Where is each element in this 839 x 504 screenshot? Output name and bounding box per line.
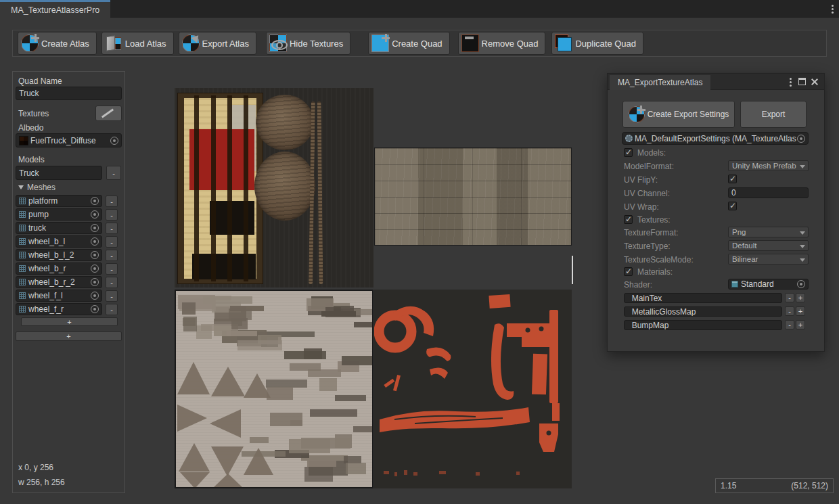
mesh-object-field[interactable]: wheel_b_r_2 [16, 276, 102, 288]
texture-format-dropdown[interactable]: Png [728, 227, 809, 237]
add-mesh-button[interactable]: + [21, 317, 118, 326]
object-picker-icon[interactable] [91, 224, 99, 232]
load-atlas-button[interactable]: Load Atlas [101, 32, 174, 55]
add-property-button[interactable]: + [796, 293, 805, 302]
remove-quad-icon [461, 35, 479, 52]
object-picker-icon[interactable] [110, 137, 118, 145]
material-property-field[interactable]: _MetallicGlossMap [624, 306, 782, 317]
create-quad-icon [371, 35, 389, 52]
remove-mesh-button[interactable]: - [106, 196, 118, 207]
remove-mesh-button[interactable]: - [106, 304, 118, 315]
object-picker-icon[interactable] [91, 265, 99, 273]
dropdown-value: Bilinear [732, 255, 758, 263]
uv-flipy-label: UV FlipY: [624, 175, 658, 185]
material-property-field[interactable]: _BumpMap [624, 320, 782, 330]
mesh-name: pump [28, 210, 49, 219]
mesh-object-field[interactable]: pump [16, 208, 102, 221]
plate-decal [196, 325, 212, 339]
duplicate-quad-button[interactable]: Duplicate Quad [551, 32, 643, 55]
uv-flipy-checkbox[interactable] [728, 175, 737, 183]
window-titlebar: MA_TextureAtlasserPro [0, 0, 839, 18]
export-window-tab[interactable]: MA_ExportTextureAtlas [610, 75, 710, 90]
object-picker-icon[interactable] [91, 278, 99, 286]
quad-name-input[interactable]: Truck [16, 87, 122, 100]
quad-fueltruck-texture[interactable] [175, 88, 373, 288]
create-quad-button[interactable]: Create Quad [368, 32, 449, 55]
meshes-foldout[interactable]: Meshes [18, 183, 55, 192]
albedo-object-field[interactable]: FuelTruck_Diffuse [16, 133, 122, 147]
texture-type-dropdown[interactable]: Default [728, 240, 809, 251]
models-checkbox[interactable] [624, 148, 633, 157]
mesh-object-field[interactable]: wheel_b_r [16, 262, 102, 275]
remove-property-button[interactable]: - [785, 293, 794, 302]
export-button[interactable]: Export [740, 101, 807, 128]
object-picker-icon[interactable] [91, 210, 99, 219]
object-picker-icon[interactable] [91, 292, 99, 300]
object-picker-icon[interactable] [91, 197, 99, 205]
dropdown-value: Unity Mesh Prefab [732, 162, 796, 170]
quad-plates-texture[interactable] [175, 290, 373, 488]
mesh-object-field[interactable]: wheel_b_l [16, 235, 102, 248]
object-picker-icon[interactable] [91, 305, 99, 313]
export-settings-object-field[interactable]: MA_DefaultExportSettings (MA_TextureAtla… [622, 132, 809, 145]
maximize-icon[interactable] [798, 78, 806, 85]
circle-decal [256, 95, 314, 150]
uv-channel-input[interactable]: 0 [728, 187, 809, 198]
remove-mesh-button[interactable]: - [106, 263, 118, 275]
mesh-object-field[interactable]: wheel_f_l [16, 290, 102, 302]
add-model-button[interactable]: + [16, 331, 122, 341]
quad-wood-texture[interactable] [374, 147, 572, 246]
object-picker-icon[interactable] [91, 237, 99, 246]
close-icon[interactable] [811, 78, 819, 86]
window-tab[interactable]: MA_TextureAtlasserPro [0, 0, 110, 18]
mesh-object-field[interactable]: wheel_b_l_2 [16, 249, 102, 261]
eagle-decal [374, 290, 572, 488]
mesh-name: truck [28, 223, 46, 233]
remove-property-button[interactable]: - [785, 306, 794, 316]
window-menu-icon[interactable] [832, 5, 834, 7]
export-atlas-button[interactable]: Export Atlas [179, 32, 256, 55]
load-atlas-icon [105, 35, 122, 52]
create-export-settings-button[interactable]: Create Export Settings [622, 101, 735, 128]
add-property-button[interactable]: + [796, 320, 805, 329]
textures-checkbox[interactable] [624, 215, 633, 224]
object-picker-icon[interactable] [91, 251, 99, 259]
mesh-name: platform [28, 196, 58, 206]
uv-wrap-checkbox[interactable] [728, 202, 737, 210]
mesh-object-field[interactable]: wheel_f_r [16, 303, 102, 315]
uv-channel-value: 0 [731, 188, 736, 198]
remove-mesh-button[interactable]: - [106, 236, 118, 248]
object-picker-icon[interactable] [797, 280, 805, 288]
hide-textures-button[interactable]: Hide Textures [266, 32, 350, 55]
object-picker-icon[interactable] [797, 135, 805, 143]
add-property-button[interactable]: + [796, 306, 805, 316]
remove-mesh-button[interactable]: - [106, 277, 118, 288]
create-export-settings-icon [629, 106, 645, 122]
shader-object-field[interactable]: Standard [728, 279, 809, 290]
material-property-field[interactable]: _MainTex [624, 293, 782, 303]
plate-decal [304, 348, 322, 359]
mesh-object-field[interactable]: platform [16, 195, 102, 207]
remove-model-button[interactable]: - [106, 166, 121, 180]
quad-eagle-texture[interactable] [374, 290, 572, 488]
plate-decal [319, 378, 337, 391]
export-menu-icon[interactable] [790, 78, 792, 80]
texture-scale-mode-dropdown[interactable]: Bilinear [728, 254, 809, 265]
mesh-icon [19, 238, 26, 245]
texture-type-label: TextureType: [624, 242, 671, 251]
create-atlas-button[interactable]: Create Atlas [18, 32, 97, 55]
remove-quad-button[interactable]: Remove Quad [458, 32, 546, 55]
edit-textures-button[interactable] [95, 106, 122, 121]
remove-mesh-button[interactable]: - [106, 223, 118, 234]
remove-property-button[interactable]: - [785, 320, 794, 329]
remove-mesh-button[interactable]: - [106, 209, 118, 221]
model-format-dropdown[interactable]: Unity Mesh Prefab [728, 160, 809, 171]
model-field[interactable]: Truck [16, 166, 102, 180]
mesh-icon [19, 225, 26, 231]
button-label: Create Quad [392, 39, 442, 49]
mesh-name: wheel_f_r [28, 304, 64, 314]
mesh-object-field[interactable]: truck [16, 222, 102, 234]
materials-checkbox[interactable] [624, 267, 633, 276]
remove-mesh-button[interactable]: - [106, 250, 118, 261]
remove-mesh-button[interactable]: - [106, 290, 118, 302]
